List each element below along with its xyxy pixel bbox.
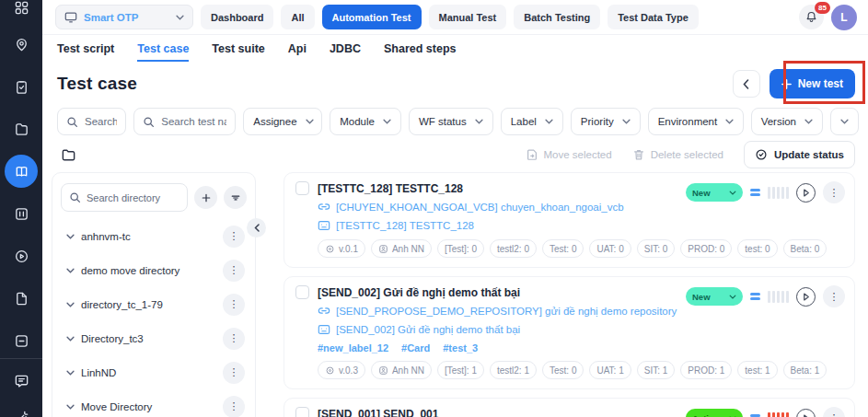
search-icon [69, 191, 81, 203]
wf-status-dropdown[interactable]: WF status [409, 108, 493, 135]
avatar[interactable]: L [831, 5, 857, 30]
new-test-button[interactable]: New test [770, 69, 855, 98]
feedback-note-icon[interactable] [0, 363, 42, 398]
kanban-board-icon[interactable] [0, 196, 42, 231]
search-test-code-field[interactable] [57, 108, 126, 135]
directory-item[interactable]: Directory_tc3 ⋮ [61, 321, 247, 355]
hashtag-label[interactable]: #Card [401, 342, 430, 353]
list-box-icon[interactable] [0, 323, 42, 358]
env-stat-badge: [Test]: 0 [437, 239, 484, 258]
directory-menu-button[interactable]: ⋮ [223, 362, 245, 384]
test-case-title[interactable]: [SEND_002] Gửi đề nghị demo thất bại [318, 286, 520, 299]
search-test-name-field[interactable] [133, 108, 236, 135]
status-dropdown[interactable]: New [686, 183, 743, 202]
workspace-select[interactable]: Smart OTP [55, 5, 193, 29]
tab-test-script[interactable]: Test script [57, 42, 114, 60]
tab-test-case[interactable]: Test case [137, 42, 189, 62]
search-test-name-input[interactable] [161, 116, 226, 127]
directory-item[interactable]: demo move directory ⋮ [61, 253, 247, 287]
directory-menu-button[interactable]: ⋮ [223, 260, 245, 282]
link-icon [318, 201, 330, 214]
move-selected-button[interactable]: Move selected [526, 148, 612, 161]
tab-manual-test[interactable]: Manual Test [429, 5, 507, 29]
test-case-title[interactable]: [SEND_001] SEND_001 [318, 408, 438, 417]
tab-batch-testing[interactable]: Batch Testing [514, 5, 600, 29]
row-controls: New ⋮ [686, 181, 845, 203]
card-link-line[interactable]: [TESTTC_128] TESTTC_128 [318, 219, 843, 232]
magic-wand-icon[interactable] [0, 400, 42, 417]
main-area: Smart OTP Dashboard All Automation Test … [42, 0, 868, 417]
chevron-left-icon [254, 224, 260, 232]
notification-bell-button[interactable]: 85 [799, 5, 824, 29]
row-menu-button[interactable]: ⋮ [823, 407, 845, 417]
sub-navigation: Test script Test case Test suite Api JDB… [42, 35, 868, 64]
tab-test-data-type[interactable]: Test Data Type [608, 5, 699, 29]
run-test-button[interactable] [796, 287, 816, 307]
update-status-button[interactable]: Update status [744, 141, 855, 168]
book-open-icon [5, 155, 38, 188]
tab-jdbc[interactable]: JDBC [330, 42, 361, 60]
test-case-title[interactable]: [TESTTC_128] TESTTC_128 [318, 182, 463, 195]
delete-selected-button[interactable]: Delete selected [632, 148, 723, 161]
row-checkbox[interactable] [295, 181, 309, 195]
collapse-back-button[interactable] [733, 70, 760, 98]
chevron-down-icon [804, 119, 813, 124]
apps-grid-icon[interactable] [0, 0, 42, 16]
clipboard-task-icon[interactable] [0, 69, 42, 104]
version-dropdown[interactable]: Version [751, 108, 823, 135]
hashtag-label[interactable]: #test_3 [443, 342, 478, 353]
row-checkbox[interactable] [295, 285, 309, 299]
add-directory-button[interactable] [194, 186, 217, 209]
directory-menu-button[interactable]: ⋮ [223, 226, 245, 248]
tab-dashboard[interactable]: Dashboard [201, 5, 273, 29]
tab-shared-steps[interactable]: Shared steps [384, 42, 457, 60]
hashtag-label[interactable]: #new_label_12 [318, 342, 388, 353]
location-pin-icon[interactable] [0, 27, 42, 62]
tab-api[interactable]: Api [288, 42, 307, 60]
search-directory-input[interactable] [87, 192, 179, 203]
monitor-icon [64, 11, 77, 24]
directory-toggle-button[interactable] [57, 144, 79, 166]
version-badge: v.0.1 [318, 239, 365, 258]
directory-item[interactable]: Move Directory ⋮ [61, 389, 247, 417]
panel-collapse-handle[interactable] [247, 218, 266, 237]
search-directory-field[interactable] [61, 183, 188, 212]
priority-dropdown[interactable]: Priority [571, 108, 641, 135]
chevron-down-icon [729, 295, 736, 299]
environment-dropdown[interactable]: Environment [648, 108, 744, 135]
directory-item[interactable]: directory_tc_1-79 ⋮ [61, 287, 247, 321]
filter-directory-button[interactable] [224, 186, 247, 209]
card-link-line[interactable]: [SEND_002] Gửi đề nghị demo thất bại [318, 323, 843, 336]
workspace-label: Smart OTP [84, 12, 169, 23]
search-icon [143, 116, 155, 128]
play-circle-icon[interactable] [0, 238, 42, 273]
search-test-code-input[interactable] [85, 116, 117, 127]
status-dropdown[interactable]: New [686, 287, 743, 306]
env-stat-badge: [Test]: 1 [437, 361, 484, 379]
document-icon[interactable] [0, 281, 42, 316]
assignee-dropdown[interactable]: Assignee [243, 108, 322, 135]
label-dropdown[interactable]: Label [501, 108, 563, 135]
tab-test-suite[interactable]: Test suite [212, 42, 264, 60]
directory-menu-button[interactable]: ⋮ [223, 396, 245, 417]
run-test-button[interactable] [796, 183, 816, 203]
status-dropdown[interactable]: Active [686, 409, 743, 417]
run-test-button[interactable] [796, 409, 816, 417]
tab-automation-test[interactable]: Automation Test [322, 5, 422, 29]
module-dropdown[interactable]: Module [330, 108, 401, 135]
directory-item[interactable]: anhnvm-tc ⋮ [61, 219, 247, 253]
row-checkbox[interactable] [295, 407, 309, 417]
card-icon [318, 323, 330, 336]
row-menu-button[interactable]: ⋮ [823, 181, 845, 203]
folder-icon[interactable] [0, 111, 42, 146]
env-stat-badge: PROD: 1 [680, 361, 732, 379]
play-icon [803, 189, 810, 197]
sidebar-active-item[interactable] [0, 154, 42, 189]
directory-item[interactable]: LinhND ⋮ [61, 355, 247, 389]
directory-menu-button[interactable]: ⋮ [223, 328, 245, 350]
more-filters-dropdown[interactable] [830, 108, 859, 135]
assignee-badge: Anh NN [371, 239, 432, 258]
row-menu-button[interactable]: ⋮ [823, 285, 845, 307]
directory-menu-button[interactable]: ⋮ [223, 294, 245, 316]
tab-all[interactable]: All [281, 5, 314, 29]
